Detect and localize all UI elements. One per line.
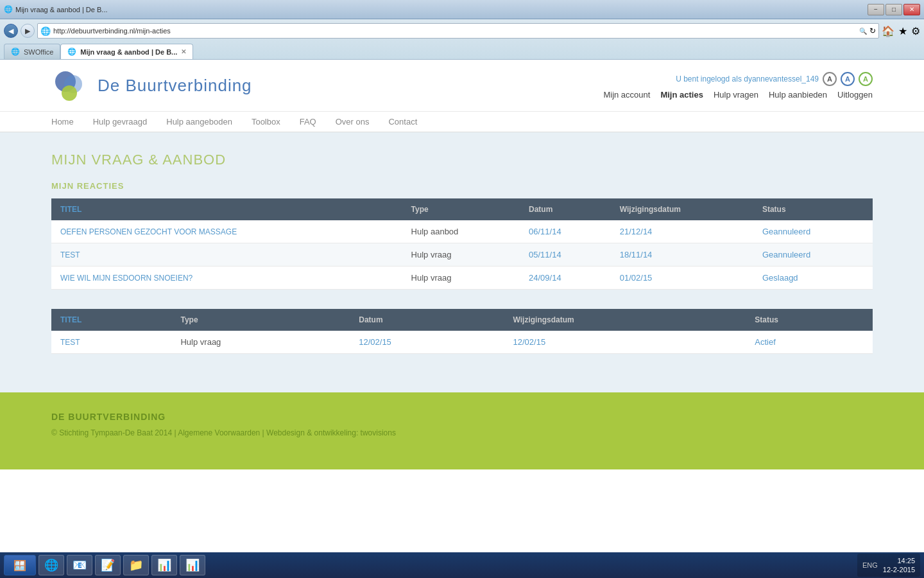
table2-header-type: Type (171, 309, 350, 331)
sec-nav-faq[interactable]: FAQ (300, 117, 316, 127)
page-content: De Buurtverbinding U bent ingelogd als d… (0, 60, 924, 553)
avatar-a1[interactable]: A (823, 72, 837, 86)
nav-mijn-account[interactable]: Mijn account (603, 90, 650, 100)
tab-mijn-label: Mijn vraag & aanbod | De B... (80, 48, 177, 56)
sec-nav-contact[interactable]: Contact (388, 117, 417, 127)
row2-title[interactable]: TEST (51, 243, 402, 267)
avatar-a3[interactable]: A (859, 72, 873, 86)
page-favicon: 🌐 (40, 26, 51, 36)
logo-area: De Buurtverbinding (51, 66, 252, 105)
row3-type: Hulp vraag (402, 267, 520, 290)
site-header: De Buurtverbinding U bent ingelogd als d… (0, 60, 924, 112)
tab-mijn-vraag[interactable]: 🌐 Mijn vraag & aanbod | De B... ✕ (60, 44, 193, 59)
table1-header-type: Type (402, 198, 520, 220)
minimize-button[interactable]: − (868, 4, 884, 15)
forward-button[interactable]: ▶ (21, 24, 35, 38)
row3-wijziging: 01/02/15 (611, 267, 753, 290)
browser-toolbar: ◀ ▶ 🌐 🔍 ↻ 🏠 ★ ⚙ (0, 19, 924, 42)
row2-datum: 05/11/14 (520, 243, 611, 267)
nav-hulp-vragen[interactable]: Hulp vragen (714, 90, 758, 100)
avatar-a2[interactable]: A (841, 72, 855, 86)
titlebar-left: 🌐 Mijn vraag & aanbod | De B... (4, 5, 108, 13)
user-nav: Mijn account Mijn acties Hulp vragen Hul… (603, 90, 873, 100)
tab-close-button[interactable]: ✕ (181, 48, 186, 55)
table2-header-row: TITEL Type Datum Wijzigingsdatum Status (51, 309, 873, 331)
sec-nav-hulp-gevraagd[interactable]: Hulp gevraagd (93, 117, 148, 127)
table2-header-status: Status (746, 309, 873, 331)
row2-type: Hulp vraag (402, 243, 520, 267)
table1-header-row: TITEL Type Datum Wijzigingsdatum Status (51, 198, 873, 220)
table1: TITEL Type Datum Wijzigingsdatum Status … (51, 198, 873, 290)
site-footer: DE BUURTVERBINDING © Stichting Tympaan-D… (0, 392, 924, 469)
table2-header-wijziging: Wijzigingsdatum (504, 309, 746, 331)
footer-title: DE BUURTVERBINDING (51, 412, 873, 422)
back-button[interactable]: ◀ (4, 24, 18, 38)
address-bar[interactable] (53, 27, 857, 35)
address-bar-wrap[interactable]: 🌐 🔍 ↻ (37, 23, 879, 39)
page-title: MIJN VRAAG & AANBOD (51, 152, 873, 168)
window-titlebar: 🌐 Mijn vraag & aanbod | De B... − □ ✕ (0, 0, 924, 19)
row3-status: Geslaagd (753, 267, 873, 290)
address-search-icon[interactable]: 🔍 (859, 28, 867, 35)
t2-row1-status: Actief (746, 331, 873, 354)
row1-datum: 06/11/14 (520, 220, 611, 243)
sec-nav-over-ons[interactable]: Over ons (336, 117, 370, 127)
logo-icon (51, 66, 90, 105)
row1-status: Geannuleerd (753, 220, 873, 243)
main-content: MIJN VRAAG & AANBOD MIJN REACTIES TITEL … (0, 132, 924, 392)
table1-header-status: Status (753, 198, 873, 220)
row3-datum: 24/09/14 (520, 267, 611, 290)
nav-uitloggen[interactable]: Uitloggen (837, 90, 873, 100)
section1-title: MIJN REACTIES (51, 181, 873, 191)
table-row: OEFEN PERSONEN GEZOCHT VOOR MASSAGE Hulp… (51, 220, 873, 243)
nav-mijn-acties[interactable]: Mijn acties (660, 90, 703, 100)
home-icon[interactable]: 🏠 (882, 25, 894, 37)
table1-header-titel: TITEL (51, 198, 402, 220)
user-info: U bent ingelogd als dyannevantessel_149 … (603, 72, 873, 86)
table1-header-wijziging: Wijzigingsdatum (611, 198, 753, 220)
taskbar: 🪟 🌐 📧 📝 📁 📊 📊 ENG 14:25 12-2-2015 (0, 552, 924, 553)
window-title: Mijn vraag & aanbod | De B... (15, 6, 108, 13)
tab-mijn-favicon: 🌐 (67, 48, 76, 56)
svg-point-2 (62, 85, 77, 101)
row2-wijziging: 18/11/14 (611, 243, 753, 267)
maximize-button[interactable]: □ (886, 4, 902, 15)
table2-header-datum: Datum (350, 309, 504, 331)
row1-wijziging: 21/12/14 (611, 220, 753, 243)
settings-icon[interactable]: ⚙ (911, 25, 920, 37)
close-button[interactable]: ✕ (903, 4, 920, 15)
header-right: U bent ingelogd als dyannevantessel_149 … (603, 72, 873, 100)
browser-chrome: ◀ ▶ 🌐 🔍 ↻ 🏠 ★ ⚙ 🌐 SWOffice 🌐 Mijn vraag … (0, 19, 924, 60)
tab-swoffice-favicon: 🌐 (11, 48, 20, 56)
table2-header-titel: TITEL (51, 309, 171, 331)
t2-row1-type: Hulp vraag (171, 331, 350, 354)
row1-type: Hulp aanbod (402, 220, 520, 243)
browser-tabs: 🌐 SWOffice 🌐 Mijn vraag & aanbod | De B.… (0, 42, 924, 59)
table1-header-datum: Datum (520, 198, 611, 220)
nav-hulp-aanbieden[interactable]: Hulp aanbieden (769, 90, 827, 100)
footer-copy: © Stichting Tympaan-De Baat 2014 | Algem… (51, 428, 873, 437)
row2-status: Geannuleerd (753, 243, 873, 267)
toolbar-icons: 🏠 ★ ⚙ (882, 25, 920, 37)
row3-title[interactable]: WIE WIL MIJN ESDOORN SNOEIEN? (51, 267, 402, 290)
t2-row1-wijziging: 12/02/15 (504, 331, 746, 354)
row1-title[interactable]: OEFEN PERSONEN GEZOCHT VOOR MASSAGE (51, 220, 402, 243)
refresh-button[interactable]: ↻ (869, 26, 876, 35)
tab-swoffice[interactable]: 🌐 SWOffice (4, 44, 60, 59)
secondary-nav: Home Hulp gevraagd Hulp aangeboden Toolb… (0, 112, 924, 132)
table-row: WIE WIL MIJN ESDOORN SNOEIEN? Hulp vraag… (51, 267, 873, 290)
tab-swoffice-label: SWOffice (24, 48, 53, 56)
sec-nav-hulp-aangeboden[interactable]: Hulp aangeboden (166, 117, 232, 127)
star-icon[interactable]: ★ (898, 25, 907, 37)
window-icon: 🌐 (4, 5, 13, 13)
table-row: TEST Hulp vraag 05/11/14 18/11/14 Geannu… (51, 243, 873, 267)
sec-nav-toolbox[interactable]: Toolbox (252, 117, 280, 127)
t2-row1-title[interactable]: TEST (51, 331, 171, 354)
window-controls[interactable]: − □ ✕ (868, 4, 920, 15)
table-row: TEST Hulp vraag 12/02/15 12/02/15 Actief (51, 331, 873, 354)
site-title: De Buurtverbinding (98, 76, 252, 96)
table2: TITEL Type Datum Wijzigingsdatum Status … (51, 309, 873, 354)
user-info-text: U bent ingelogd als dyannevantessel_149 (676, 74, 819, 83)
t2-row1-datum: 12/02/15 (350, 331, 504, 354)
sec-nav-home[interactable]: Home (51, 117, 74, 127)
